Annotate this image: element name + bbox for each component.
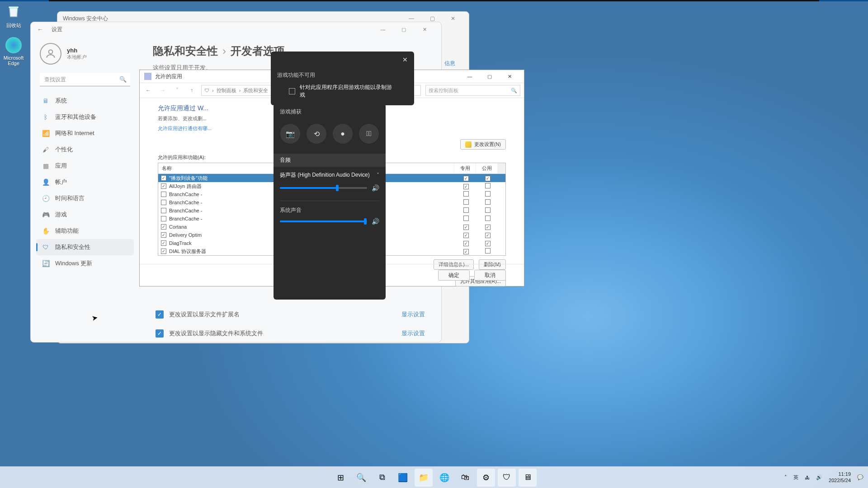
record-last-button[interactable]: ⟲ bbox=[307, 124, 326, 144]
app-taskbar-icon[interactable]: 🖥 bbox=[519, 469, 537, 487]
security-taskbar-icon[interactable]: 🛡 bbox=[498, 469, 516, 487]
public-checkbox[interactable] bbox=[485, 207, 491, 213]
widgets-button[interactable]: 🟦 bbox=[394, 469, 412, 487]
public-checkbox[interactable] bbox=[485, 191, 491, 197]
volume-icon[interactable]: 🔊 bbox=[816, 474, 822, 480]
maximize-button[interactable]: ▢ bbox=[393, 23, 414, 36]
device-volume-slider[interactable] bbox=[280, 187, 367, 189]
change-settings-button[interactable]: 更改设置(N) bbox=[460, 139, 506, 150]
public-checkbox[interactable] bbox=[485, 225, 491, 230]
taskbar-clock[interactable]: 11:19 2022/5/24 bbox=[829, 471, 851, 483]
ok-button[interactable]: 确定 bbox=[438, 270, 470, 281]
sidebar-item[interactable]: 👤帐户 bbox=[36, 174, 134, 190]
row-checkbox[interactable] bbox=[161, 232, 166, 238]
row-checkbox[interactable] bbox=[161, 183, 166, 189]
security-info-link[interactable]: 信息 bbox=[444, 60, 455, 67]
crumb-part[interactable]: 系统和安全 bbox=[243, 87, 268, 94]
minimize-button[interactable]: — bbox=[373, 23, 393, 36]
private-checkbox[interactable] bbox=[463, 176, 469, 181]
ime-indicator[interactable]: 英 bbox=[793, 474, 798, 481]
public-checkbox[interactable] bbox=[485, 216, 491, 221]
nav-forward-button[interactable]: → bbox=[158, 87, 168, 94]
speaker-icon[interactable]: 🔊 bbox=[372, 184, 379, 192]
system-volume-slider[interactable] bbox=[280, 221, 367, 222]
screenshot-button[interactable]: 📷 bbox=[280, 124, 300, 144]
public-checkbox[interactable] bbox=[485, 183, 491, 188]
row-checkbox[interactable] bbox=[161, 224, 166, 230]
public-checkbox[interactable] bbox=[485, 248, 491, 253]
record-button[interactable]: ● bbox=[333, 124, 353, 144]
taskbar-search[interactable]: 🔍 bbox=[352, 469, 370, 487]
explorer-taskbar-icon[interactable]: 📁 bbox=[415, 469, 433, 487]
sidebar-item[interactable]: ᛒ蓝牙和其他设备 bbox=[36, 109, 134, 125]
close-button[interactable]: ✕ bbox=[500, 70, 519, 83]
private-checkbox[interactable] bbox=[463, 184, 469, 189]
private-checkbox[interactable] bbox=[463, 207, 469, 213]
row-checkbox[interactable] bbox=[161, 192, 166, 197]
mic-toggle-button[interactable]: 🎙̸ bbox=[359, 124, 379, 144]
sidebar-item[interactable]: 🖥系统 bbox=[36, 93, 134, 109]
col-private[interactable]: 专用 bbox=[454, 163, 476, 174]
close-button[interactable]: ✕ bbox=[414, 23, 435, 36]
close-icon[interactable]: ✕ bbox=[400, 54, 410, 65]
settings-taskbar-icon[interactable]: ⚙ bbox=[477, 469, 495, 487]
store-taskbar-icon[interactable]: 🛍 bbox=[456, 469, 474, 487]
checkbox[interactable]: ✓ bbox=[156, 329, 164, 338]
checkbox[interactable]: ✓ bbox=[156, 310, 164, 319]
private-checkbox[interactable] bbox=[463, 191, 469, 197]
network-icon[interactable]: 🖧 bbox=[805, 475, 810, 480]
row-checkbox[interactable] bbox=[161, 216, 166, 221]
col-public[interactable]: 公用 bbox=[476, 163, 498, 174]
sidebar-item[interactable]: 🛡隐私和安全性 bbox=[36, 239, 134, 255]
sidebar-item[interactable]: ▦应用 bbox=[36, 158, 134, 174]
private-checkbox[interactable] bbox=[463, 225, 469, 230]
sidebar-item[interactable]: 🖌个性化 bbox=[36, 141, 134, 158]
task-view-button[interactable]: ⧉ bbox=[373, 469, 391, 487]
row-checkbox[interactable] bbox=[161, 175, 166, 181]
firewall-risk-link[interactable]: 允许应用进行通信有哪... bbox=[158, 125, 212, 132]
private-checkbox[interactable] bbox=[463, 216, 469, 221]
public-checkbox[interactable] bbox=[485, 176, 491, 181]
row-checkbox[interactable] bbox=[161, 249, 166, 254]
nav-back-button[interactable]: ← bbox=[143, 87, 153, 94]
search-input[interactable]: 搜索控制面板 🔍 bbox=[425, 85, 520, 96]
audio-device-selector[interactable]: 扬声器 (High Definition Audio Device) ˅ bbox=[274, 167, 386, 181]
public-checkbox[interactable] bbox=[485, 241, 491, 246]
close-button[interactable]: ✕ bbox=[443, 12, 463, 25]
cancel-button[interactable]: 取消 bbox=[474, 270, 506, 281]
back-button[interactable]: ← bbox=[37, 26, 43, 33]
private-checkbox[interactable] bbox=[463, 199, 469, 205]
user-account-block[interactable]: yhh 本地帐户 bbox=[36, 40, 134, 71]
public-checkbox[interactable] bbox=[485, 233, 491, 238]
crumb-part[interactable]: 控制面板 bbox=[217, 87, 236, 94]
sidebar-item[interactable]: 🕘时间和语言 bbox=[36, 190, 134, 206]
public-checkbox[interactable] bbox=[485, 199, 491, 205]
show-settings-link[interactable]: 显示设置 bbox=[401, 329, 425, 338]
nav-recent-button[interactable]: ˅ bbox=[172, 87, 182, 94]
sidebar-item[interactable]: 📶网络和 Internet bbox=[36, 125, 134, 141]
start-button[interactable]: ⊞ bbox=[331, 469, 349, 487]
private-checkbox[interactable] bbox=[463, 241, 469, 246]
enable-game-features-checkbox[interactable] bbox=[289, 88, 295, 94]
scrollbar[interactable] bbox=[498, 163, 505, 174]
row-checkbox[interactable] bbox=[161, 200, 166, 205]
nav-up-button[interactable]: ↑ bbox=[187, 87, 197, 94]
sidebar-item[interactable]: ✋辅助功能 bbox=[36, 223, 134, 239]
desktop-edge[interactable]: Microsoft Edge bbox=[0, 37, 29, 66]
show-settings-link[interactable]: 显示设置 bbox=[401, 310, 425, 319]
minimize-button[interactable]: — bbox=[460, 70, 480, 83]
search-input[interactable] bbox=[40, 73, 130, 86]
maximize-button[interactable]: ▢ bbox=[480, 70, 500, 83]
sidebar-item[interactable]: 🎮游戏 bbox=[36, 206, 134, 223]
notifications-icon[interactable]: 💬 bbox=[857, 474, 863, 480]
sidebar-item[interactable]: 🔄Windows 更新 bbox=[36, 255, 134, 272]
private-checkbox[interactable] bbox=[463, 233, 469, 238]
row-checkbox[interactable] bbox=[161, 208, 166, 213]
private-checkbox[interactable] bbox=[463, 249, 469, 254]
tray-chevron-icon[interactable]: ˄ bbox=[784, 474, 787, 480]
desktop-recycle-bin[interactable]: 回收站 bbox=[0, 2, 29, 29]
speaker-icon[interactable]: 🔊 bbox=[372, 218, 379, 225]
breadcrumb-part[interactable]: 隐私和安全性 bbox=[153, 44, 218, 58]
row-checkbox[interactable] bbox=[161, 240, 166, 246]
edge-taskbar-icon[interactable]: 🌐 bbox=[435, 469, 453, 487]
